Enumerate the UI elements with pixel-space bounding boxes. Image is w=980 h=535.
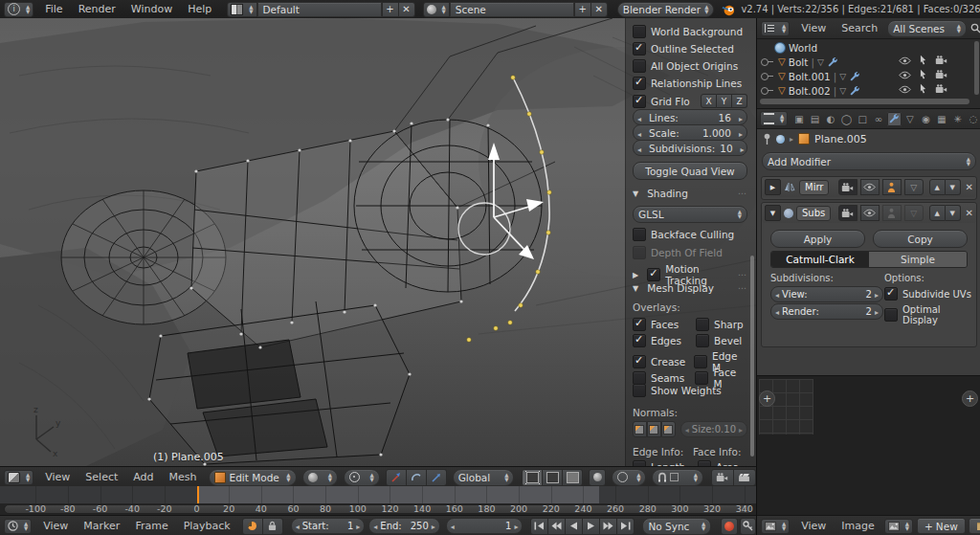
expand-icon[interactable]	[761, 87, 768, 95]
grid-scale-slider[interactable]: Scale:1.000	[633, 124, 747, 141]
move-modifier-up-button[interactable]: ▲	[929, 205, 946, 221]
snap-selector[interactable]: ▲▼	[652, 469, 703, 486]
world-background-checkbox[interactable]	[633, 25, 646, 38]
grid-floor-row[interactable]: Grid Flo X Y Z	[633, 94, 747, 108]
add-scene-button[interactable]: +	[574, 2, 591, 17]
apply-modifier-button[interactable]: Apply	[770, 230, 865, 248]
grid-axis-z-toggle[interactable]: Z	[732, 94, 747, 108]
n-panel-scrollbar[interactable]	[750, 256, 754, 457]
proportional-edit-selector[interactable]: ▲▼	[612, 469, 646, 486]
transform-orientation-selector[interactable]: Global ▲▼	[453, 469, 515, 486]
opengl-render-anim-button[interactable]	[734, 469, 756, 486]
manipulator-rotate-button[interactable]	[407, 469, 427, 486]
normals-size-slider[interactable]: Size:0.10	[680, 421, 747, 437]
panel-grip[interactable]: ⋯	[738, 270, 747, 279]
manipulator-scale-button[interactable]	[427, 469, 447, 486]
face-select-mode-button[interactable]	[563, 469, 583, 486]
outline-selected-row[interactable]: Outline Selected	[633, 42, 747, 56]
faces-checkbox[interactable]	[633, 318, 646, 331]
tab-physics[interactable]: ◌	[966, 112, 980, 126]
menu-render[interactable]: Render	[71, 3, 123, 15]
relationship-lines-row[interactable]: Relationship Lines	[633, 77, 747, 90]
panel-grip[interactable]: ⋯	[738, 189, 747, 198]
subsurf-viewport-toggle[interactable]	[860, 205, 880, 221]
face-normals-toggle[interactable]	[661, 421, 676, 437]
timeline-frames-band[interactable]	[0, 486, 756, 504]
relationship-lines-checkbox[interactable]	[633, 77, 646, 90]
new-image-button[interactable]: +New	[917, 518, 966, 534]
screen-layout-icon-button[interactable]: ▲▼	[227, 2, 256, 17]
expand-icon[interactable]	[761, 58, 768, 66]
motion-tracking-checkbox[interactable]	[647, 268, 660, 281]
scene-selector[interactable]: Scene	[450, 2, 574, 17]
subdivide-uvs-checkbox[interactable]	[884, 287, 898, 301]
subsurf-cage-toggle[interactable]: ▽	[904, 205, 924, 221]
timeline-menu-frame[interactable]: Frame	[127, 520, 175, 532]
search-icon[interactable]	[970, 23, 980, 33]
tab-scene[interactable]: ◐	[823, 112, 838, 126]
move-modifier-up-button[interactable]: ▲	[929, 179, 946, 195]
editor-type-timeline-button[interactable]: ▲▼	[4, 519, 32, 534]
subsurf-view-slider[interactable]: View:2	[770, 286, 883, 302]
viewport-shading-selector[interactable]: ▲▼	[302, 469, 339, 486]
loose-edge-normals-toggle[interactable]	[647, 421, 661, 437]
delete-scene-button[interactable]: ✕	[591, 2, 608, 17]
add-modifier-dropdown[interactable]: Add Modifier ▲▼	[762, 152, 976, 170]
vertex-select-mode-button[interactable]	[522, 469, 543, 486]
grid-lines-slider[interactable]: Lines:16	[633, 109, 747, 125]
hide-toggle-eye-icon[interactable]	[899, 85, 911, 94]
expand-icon[interactable]	[761, 73, 768, 80]
show-weights-checkbox[interactable]	[633, 384, 646, 397]
lock-range-toggle[interactable]	[263, 518, 283, 535]
menu-help[interactable]: Help	[180, 3, 219, 15]
scenes-filter-selector[interactable]: All Scenes ▲▼	[887, 20, 967, 37]
manipulator-translate-button[interactable]	[386, 469, 407, 486]
modifier-name-field[interactable]: Mirr	[799, 180, 829, 195]
grid-subdivisions-slider[interactable]: Subdivisions:10	[633, 140, 747, 156]
sync-mode-selector[interactable]: No Sync ▲▼	[642, 518, 711, 535]
all-object-origins-checkbox[interactable]	[633, 59, 646, 73]
image-editor-canvas[interactable]: + +	[757, 375, 980, 516]
sharp-checkbox[interactable]	[696, 318, 709, 331]
menu-mesh[interactable]: Mesh	[162, 471, 205, 483]
delete-modifier-button[interactable]: ✕	[966, 182, 973, 192]
mirror-cage-toggle[interactable]: ▽	[904, 179, 924, 195]
pivot-point-selector[interactable]: ▲▼	[344, 469, 380, 486]
menu-window[interactable]: Window	[123, 3, 180, 15]
editor-type-properties-button[interactable]: ▲▼	[760, 111, 788, 126]
tab-render-layers[interactable]: ▤	[808, 112, 823, 126]
modifier-name-field[interactable]: Subs	[796, 206, 831, 221]
menu-select[interactable]: Select	[78, 471, 125, 483]
optimal-display-checkbox[interactable]	[884, 308, 898, 322]
scene-icon-button[interactable]: ▲▼	[423, 2, 450, 17]
layout-selector[interactable]: Default	[257, 2, 382, 17]
tab-constraints[interactable]: ∞	[871, 112, 886, 126]
tab-particles[interactable]: ✳	[950, 112, 966, 126]
jump-to-end-button[interactable]	[617, 518, 635, 535]
expand-modifier-button[interactable]: ▶	[765, 179, 781, 195]
grid-axis-y-toggle[interactable]: Y	[717, 94, 732, 108]
opengl-render-image-button[interactable]	[711, 469, 734, 486]
preview-range-toggle[interactable]	[242, 518, 263, 535]
add-layout-button[interactable]: +	[382, 2, 399, 17]
outliner-item-bolt[interactable]: ▽ Bolt | ▽	[761, 55, 838, 69]
delete-layout-button[interactable]: ✕	[399, 2, 415, 17]
timeline-menu-marker[interactable]: Marker	[76, 520, 127, 532]
selectable-toggle-icon[interactable]	[919, 55, 927, 66]
current-frame-cursor[interactable]	[197, 486, 199, 503]
toggle-quad-view-button[interactable]: Toggle Quad View	[633, 162, 747, 180]
expand-region-left-button[interactable]: +	[759, 390, 775, 407]
mesh-display-panel-header[interactable]: ▼Mesh Display⋯	[633, 282, 747, 294]
menu-view[interactable]: View	[37, 471, 78, 483]
grid-floor-checkbox[interactable]	[633, 95, 646, 108]
world-background-row[interactable]: World Background	[633, 25, 747, 38]
edges-checkbox[interactable]	[633, 334, 646, 347]
limit-selection-visible-button[interactable]	[589, 469, 606, 486]
collapse-modifier-button[interactable]: ▼	[765, 205, 781, 221]
glsl-dropdown[interactable]: GLSL▲▼	[633, 206, 747, 223]
hide-toggle-eye-icon[interactable]	[899, 56, 911, 65]
keying-set-button[interactable]	[740, 518, 756, 535]
outliner-horizontal-scrollbar[interactable]	[760, 99, 969, 104]
move-modifier-down-button[interactable]: ▼	[946, 179, 961, 195]
jump-prev-keyframe-button[interactable]	[548, 518, 566, 535]
